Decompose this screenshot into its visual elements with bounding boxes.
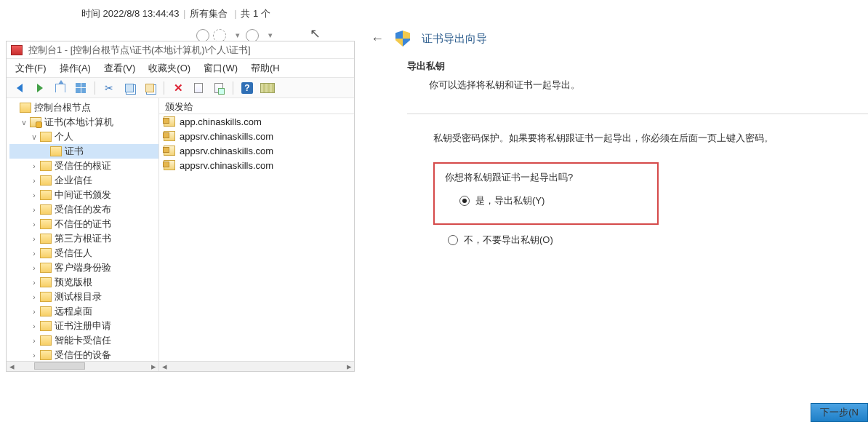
cut-button[interactable]: ✂ xyxy=(100,80,118,96)
tree-cert-local[interactable]: v证书(本地计算机 xyxy=(9,115,158,130)
highlighted-option-box: 你想将私钥跟证书一起导出吗? 是，导出私钥(Y) xyxy=(433,162,659,225)
folder-icon xyxy=(40,175,52,186)
menu-window[interactable]: 窗口(W) xyxy=(204,62,238,75)
paste-icon xyxy=(145,84,154,92)
folder-icon xyxy=(40,263,52,273)
cert-row[interactable]: appsrv.chinaskills.com xyxy=(159,143,354,158)
cert-row[interactable]: appsrv.chinaskills.com xyxy=(159,129,354,143)
next-button[interactable]: 下一步(N xyxy=(811,403,868,422)
tree-node[interactable]: ›客户端身份验 xyxy=(9,260,158,275)
mmc-title: 控制台1 - [控制台根节点\证书(本地计算机)\个人\证书] xyxy=(28,44,251,57)
wizard-question: 你想将私钥跟证书一起导出吗? xyxy=(445,171,647,184)
wizard-section-sub: 你可以选择将私钥和证书一起导出。 xyxy=(429,79,868,92)
cert-icon xyxy=(164,160,175,170)
radio-export-no-input[interactable] xyxy=(448,235,458,245)
folder-icon xyxy=(40,321,52,331)
folder-icon xyxy=(40,161,52,171)
radio-export-no[interactable]: 不，不要导出私钥(O) xyxy=(448,234,868,247)
tree-node[interactable]: ›受信任人 xyxy=(9,246,158,260)
tree-node[interactable]: ›中间证书颁发 xyxy=(9,188,158,202)
shield-icon xyxy=(395,31,410,47)
tree-node[interactable]: ›测试根目录 xyxy=(9,290,158,304)
mmc-window: 控制台1 - [控制台根节点\证书(本地计算机)\个人\证书] 文件(F) 操作… xyxy=(6,41,355,372)
back-button[interactable] xyxy=(11,80,28,96)
export-button[interactable] xyxy=(210,80,228,96)
folder-icon xyxy=(40,219,52,229)
menu-favorites[interactable]: 收藏夹(O) xyxy=(148,62,190,75)
menu-action[interactable]: 操作(A) xyxy=(60,62,91,75)
folder-icon xyxy=(40,335,52,346)
properties-button[interactable] xyxy=(190,80,207,96)
forward-button[interactable] xyxy=(31,80,49,96)
paste-button[interactable] xyxy=(141,80,158,96)
cert-row[interactable]: app.chinaskills.com xyxy=(159,114,354,129)
folder-icon xyxy=(40,248,52,258)
export-wizard: ← 证书导出向导 导出私钥 你可以选择将私钥和证书一起导出。 私钥受密码保护。如… xyxy=(363,25,868,422)
menu-help[interactable]: 帮助(H xyxy=(251,62,280,75)
folder-icon xyxy=(50,146,62,156)
tree-node[interactable]: ›受信任的设备 xyxy=(9,348,158,361)
tree-root[interactable]: ▸控制台根节点 xyxy=(9,100,158,115)
tree-pane[interactable]: ▸控制台根节点 v证书(本地计算机 v个人 ▸证书 ›受信任的根证›企业信任›中… xyxy=(7,98,159,361)
x-icon: ✕ xyxy=(174,81,183,95)
radio-export-no-label: 不，不要导出私钥(O) xyxy=(464,234,553,247)
folder-icon xyxy=(40,350,52,360)
delete-button[interactable]: ✕ xyxy=(169,80,187,96)
mmc-scrollbars: ◂▸ ◂▸ xyxy=(7,361,354,371)
up-button[interactable] xyxy=(52,80,69,96)
copy-button[interactable] xyxy=(121,80,138,96)
divider xyxy=(407,114,868,114)
cursor-icon: ↖ xyxy=(310,25,321,41)
mmc-titlebar[interactable]: 控制台1 - [控制台根节点\证书(本地计算机)\个人\证书] xyxy=(7,41,354,59)
info-bar: 时间 2022/8/8 13:44:43 | 所有集合 | 共 1 个 xyxy=(81,7,270,20)
show-hide-button[interactable] xyxy=(72,80,89,96)
cert-icon xyxy=(164,116,175,127)
tree-node[interactable]: ›企业信任 xyxy=(9,173,158,188)
tree-node[interactable]: ›受信任的根证 xyxy=(9,159,158,173)
collection-label: 所有集合 xyxy=(190,8,228,19)
tree-h-scrollbar[interactable]: ◂▸ xyxy=(7,362,159,371)
folder-icon xyxy=(20,103,31,113)
wizard-note: 私钥受密码保护。如果要将私钥跟证书一起导出，你必须在后面一页上键入密码。 xyxy=(433,132,868,145)
help-icon: ? xyxy=(241,82,253,94)
record-button[interactable] xyxy=(259,80,276,96)
grid-icon xyxy=(76,83,86,93)
wizard-back-button[interactable]: ← xyxy=(371,31,384,47)
folder-icon xyxy=(40,306,52,316)
arrow-right-icon xyxy=(37,84,43,92)
timestamp: 时间 2022/8/8 13:44:43 xyxy=(81,8,179,19)
tree-node[interactable]: ›智能卡受信任 xyxy=(9,333,158,348)
radio-export-yes[interactable]: 是，导出私钥(Y) xyxy=(459,194,647,207)
list-h-scrollbar[interactable]: ◂▸ xyxy=(159,362,354,371)
cert-icon xyxy=(164,146,175,156)
tree-node[interactable]: ›不信任的证书 xyxy=(9,217,158,231)
list-pane[interactable]: 颁发给 app.chinaskills.comappsrv.chinaskill… xyxy=(159,98,354,361)
tree-certificates[interactable]: ▸证书 xyxy=(9,144,158,159)
folder-icon xyxy=(40,277,52,287)
cert-row[interactable]: appsrv.chinaskills.com xyxy=(159,158,354,172)
radio-export-yes-input[interactable] xyxy=(459,196,470,206)
column-header-issued-to[interactable]: 颁发给 xyxy=(159,98,354,114)
tree-node[interactable]: ›预览版根 xyxy=(9,275,158,290)
menu-view[interactable]: 查看(V) xyxy=(104,62,135,75)
mmc-menu-bar: 文件(F) 操作(A) 查看(V) 收藏夹(O) 窗口(W) 帮助(H xyxy=(7,59,354,78)
cert-icon xyxy=(164,131,175,141)
tree-personal[interactable]: v个人 xyxy=(9,130,158,144)
scissors-icon: ✂ xyxy=(105,82,113,94)
tree-node[interactable]: ›受信任的发布 xyxy=(9,202,158,217)
folder-icon xyxy=(40,204,52,215)
tree-node[interactable]: ›证书注册申请 xyxy=(9,319,158,333)
cert-store-icon xyxy=(30,117,41,127)
folder-icon xyxy=(40,292,52,302)
folder-icon xyxy=(40,132,52,142)
help-button[interactable]: ? xyxy=(238,80,256,96)
tree-node[interactable]: ›第三方根证书 xyxy=(9,231,158,246)
page-export-icon xyxy=(214,83,223,93)
folder-icon xyxy=(40,190,52,200)
count-label: 共 1 个 xyxy=(241,8,270,19)
wizard-section-title: 导出私钥 xyxy=(407,60,868,73)
up-icon xyxy=(55,84,65,92)
menu-file[interactable]: 文件(F) xyxy=(15,62,47,75)
radio-export-yes-label: 是，导出私钥(Y) xyxy=(475,194,544,207)
tree-node[interactable]: ›远程桌面 xyxy=(9,304,158,319)
